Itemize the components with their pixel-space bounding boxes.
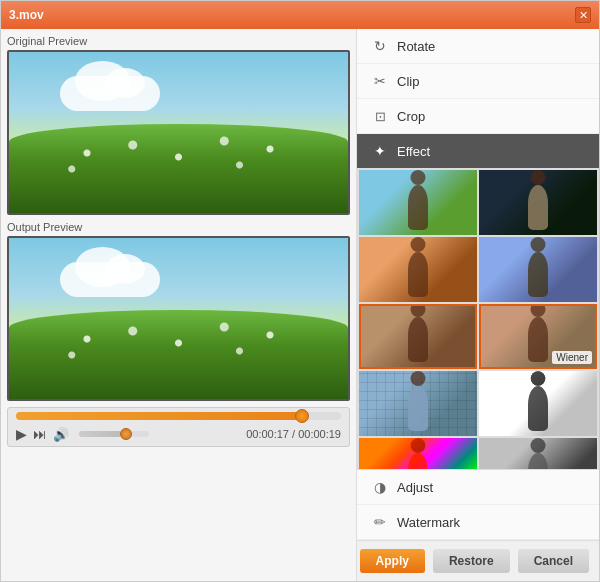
effect-inner-1 — [359, 170, 477, 235]
effect-inner-8 — [479, 371, 597, 436]
effect-thumb-5[interactable] — [359, 304, 477, 369]
title-bar: 3.mov ✕ — [1, 1, 599, 29]
effect-inner-5 — [361, 306, 475, 367]
output-landscape — [9, 238, 348, 399]
effect-grid: Wiener — [357, 168, 599, 470]
effect-thumb-7[interactable] — [359, 371, 477, 436]
cancel-button[interactable]: Cancel — [518, 549, 589, 573]
progress-fill — [16, 412, 305, 420]
time-display: 00:00:17 / 00:00:19 — [246, 428, 341, 440]
time-separator: / — [289, 428, 298, 440]
crop-label: Crop — [397, 109, 425, 124]
clip-label: Clip — [397, 74, 419, 89]
menu-items: ↻ Rotate ✂ Clip ⊡ Crop — [357, 29, 599, 134]
effect-inner-7 — [359, 371, 477, 436]
effect-inner-2 — [479, 170, 597, 235]
footer: Apply Restore Cancel — [357, 540, 599, 581]
volume-fill — [79, 431, 121, 437]
time-current: 00:00:17 — [246, 428, 289, 440]
effect-inner-9 — [359, 438, 477, 470]
effect-inner-4 — [479, 237, 597, 302]
person-10 — [528, 453, 548, 470]
effect-label: Effect — [397, 144, 430, 159]
effect-icon: ✦ — [371, 142, 389, 160]
original-preview — [7, 50, 350, 215]
watermark-icon: ✏ — [371, 513, 389, 531]
time-total: 00:00:19 — [298, 428, 341, 440]
effect-thumb-8[interactable] — [479, 371, 597, 436]
rotate-icon: ↻ — [371, 37, 389, 55]
person-3 — [408, 252, 428, 297]
close-button[interactable]: ✕ — [575, 7, 591, 23]
menu-item-crop[interactable]: ⊡ Crop — [357, 99, 599, 134]
effect-inner-3 — [359, 237, 477, 302]
effect-thumb-1[interactable] — [359, 170, 477, 235]
menu-item-watermark[interactable]: ✏ Watermark — [357, 505, 599, 540]
restore-button[interactable]: Restore — [433, 549, 510, 573]
effect-thumb-4[interactable] — [479, 237, 597, 302]
apply-button[interactable]: Apply — [360, 549, 425, 573]
output-preview — [7, 236, 350, 401]
fast-forward-button[interactable]: ⏭ — [33, 426, 47, 442]
person-8 — [528, 386, 548, 431]
effect-thumb-3[interactable] — [359, 237, 477, 302]
watermark-label: Watermark — [397, 515, 460, 530]
progress-thumb[interactable] — [295, 409, 309, 423]
adjust-label: Adjust — [397, 480, 433, 495]
right-panel: ↻ Rotate ✂ Clip ⊡ Crop ✦ Effect — [356, 29, 599, 581]
person-2 — [528, 185, 548, 230]
person-6 — [528, 317, 548, 362]
app-window: 3.mov ✕ Original Preview Output Preview — [0, 0, 600, 582]
main-content: Original Preview Output Preview — [1, 29, 599, 581]
controls-bar: ▶ ⏭ 🔊 00:00:17 / 00:00:19 — [7, 407, 350, 447]
effect-thumb-6[interactable]: Wiener — [479, 304, 597, 369]
cloud-decoration — [60, 76, 160, 111]
clip-icon: ✂ — [371, 72, 389, 90]
rotate-label: Rotate — [397, 39, 435, 54]
left-panel: Original Preview Output Preview — [1, 29, 356, 581]
original-video-inner — [9, 52, 348, 213]
volume-thumb[interactable] — [120, 428, 132, 440]
flowers-decoration — [9, 124, 348, 213]
output-video-inner — [9, 238, 348, 399]
menu-item-adjust[interactable]: ◑ Adjust — [357, 470, 599, 505]
play-button[interactable]: ▶ — [16, 426, 27, 442]
person-7 — [408, 386, 428, 431]
effect-inner-10 — [479, 438, 597, 470]
effect-section: ✦ Effect — [357, 134, 599, 470]
effect-thumb-10[interactable] — [479, 438, 597, 470]
cloud-decoration-2 — [60, 262, 160, 297]
crop-icon: ⊡ — [371, 107, 389, 125]
output-label: Output Preview — [7, 221, 350, 233]
wiener-label: Wiener — [552, 351, 592, 364]
effect-thumb-9[interactable] — [359, 438, 477, 470]
adjust-icon: ◑ — [371, 478, 389, 496]
menu-item-rotate[interactable]: ↻ Rotate — [357, 29, 599, 64]
effect-thumb-2[interactable] — [479, 170, 597, 235]
menu-item-clip[interactable]: ✂ Clip — [357, 64, 599, 99]
person-9 — [408, 453, 428, 470]
progress-bar[interactable] — [16, 412, 341, 420]
original-label: Original Preview — [7, 35, 350, 47]
controls-row: ▶ ⏭ 🔊 00:00:17 / 00:00:19 — [16, 426, 341, 442]
original-landscape — [9, 52, 348, 213]
window-title: 3.mov — [9, 8, 44, 22]
effect-header[interactable]: ✦ Effect — [357, 134, 599, 168]
person-4 — [528, 252, 548, 297]
person-5 — [408, 317, 428, 362]
flowers-decoration-2 — [9, 310, 348, 399]
volume-icon: 🔊 — [53, 427, 69, 442]
bottom-menus: ◑ Adjust ✏ Watermark — [357, 470, 599, 540]
person-1 — [408, 185, 428, 230]
volume-slider[interactable] — [79, 431, 149, 437]
